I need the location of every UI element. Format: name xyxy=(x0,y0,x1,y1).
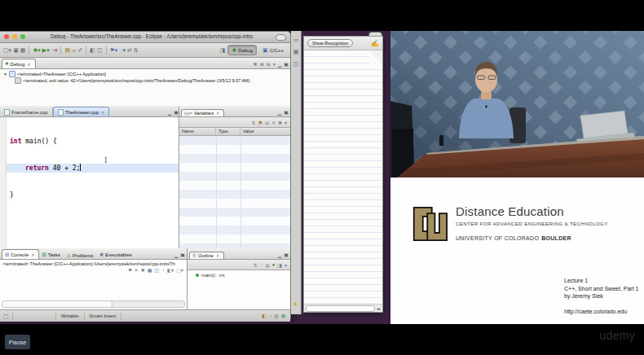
sync-icon[interactable]: ◔ xyxy=(269,313,272,320)
console-output[interactable] xyxy=(0,275,187,300)
profile-icon[interactable]: ◔▾ xyxy=(51,46,58,54)
close-icon[interactable]: ✕ xyxy=(101,110,104,115)
code-line-3[interactable]: } xyxy=(7,191,179,199)
maximize-view-icon[interactable]: ▣ xyxy=(174,109,179,115)
minimize-view-icon[interactable]: ▁ xyxy=(278,61,282,67)
column-name[interactable]: Name xyxy=(179,128,216,135)
fastview-icon[interactable]: ▢ xyxy=(3,313,9,320)
pencil-icon[interactable]: ✐ xyxy=(77,46,82,54)
debug-exit-row[interactable]: <terminated, exit value: 42>/Users/jerem… xyxy=(3,77,290,84)
step-into-icon[interactable]: ◧ xyxy=(90,46,95,54)
open-folder-icon[interactable]: ▱ xyxy=(72,46,76,54)
run-icon[interactable]: ▶▾ xyxy=(42,46,50,54)
forward-icon[interactable]: ⇅ xyxy=(134,46,139,54)
code-editor[interactable]: int main() { return 40 + 2; } I xyxy=(0,117,179,248)
search-icon[interactable]: ◌▾ xyxy=(119,46,126,54)
tab-framename-cpp[interactable]: FrameName.cpp xyxy=(0,107,53,116)
show-recognition-button[interactable]: Show Recognition xyxy=(307,39,353,47)
table-row[interactable] xyxy=(179,181,290,190)
code-line-1[interactable]: int main() { xyxy=(7,137,179,146)
links-pane-icon[interactable]: ◫ xyxy=(291,60,301,68)
view-menu-icon[interactable]: ▾ xyxy=(285,120,287,125)
close-icon[interactable]: ✕ xyxy=(216,111,219,116)
maximize-view-icon[interactable]: ▣ xyxy=(284,109,289,115)
perspective-debug-button[interactable]: ✹ Debug xyxy=(227,45,257,55)
hide-static-icon[interactable]: ◍ xyxy=(265,262,269,268)
table-row[interactable] xyxy=(179,163,290,172)
table-row[interactable] xyxy=(179,217,290,226)
minimize-view-icon[interactable]: ▁ xyxy=(174,252,179,257)
table-row[interactable] xyxy=(179,226,290,234)
new-icon[interactable]: ▢▾ xyxy=(3,46,11,54)
table-row[interactable] xyxy=(179,199,290,208)
tab-problems[interactable]: ⚠ Problems xyxy=(64,252,97,259)
restore-pane-icon[interactable]: ▭ xyxy=(291,36,301,43)
debug-process-row[interactable]: ▼ <terminated>TheAnswer [C/C++ Applicati… xyxy=(3,71,290,77)
hide-fields-icon[interactable]: ◌ xyxy=(260,262,263,267)
remove-icon[interactable]: ✕ xyxy=(271,120,276,125)
variables-table[interactable] xyxy=(179,136,290,248)
link-editor-icon[interactable]: ◨ xyxy=(277,262,282,268)
minimize-view-icon[interactable]: ▁ xyxy=(168,109,172,115)
show-type-names-icon[interactable]: ⇅ xyxy=(252,120,256,125)
sort-icon[interactable]: ⇅ xyxy=(254,262,258,268)
bookmark-icon[interactable]: ⚑▾ xyxy=(110,46,118,54)
scrollbar-thumb[interactable] xyxy=(2,301,112,307)
table-row[interactable] xyxy=(179,190,290,199)
zoom-window-button[interactable] xyxy=(20,34,25,39)
table-row[interactable] xyxy=(179,136,290,145)
remove-all-icon[interactable]: ✖ xyxy=(278,120,282,125)
close-window-button[interactable] xyxy=(4,34,9,39)
notepad-page[interactable] xyxy=(304,50,382,304)
minimize-window-button[interactable] xyxy=(12,34,17,39)
remove-terminated-icon[interactable]: ✖ xyxy=(254,61,258,67)
column-type[interactable]: Type xyxy=(216,128,240,135)
drop-frame-icon[interactable]: ⊞ xyxy=(267,61,271,67)
tab-theanswer-cpp[interactable]: TheAnswer.cpp ✕ xyxy=(53,107,110,116)
toolbar-toggle-lozenge[interactable] xyxy=(276,34,286,41)
expand-arrow-icon[interactable]: ▼ xyxy=(3,72,7,77)
view-menu-icon[interactable]: ▾ xyxy=(273,61,276,67)
editor-gutter[interactable] xyxy=(0,117,7,248)
console-hscrollbar[interactable] xyxy=(2,300,185,308)
build-status-icon[interactable]: ◧ xyxy=(262,313,267,320)
maximize-view-icon[interactable]: ▣ xyxy=(284,252,289,257)
clear-console-icon[interactable]: ▦ xyxy=(148,267,152,274)
save-all-icon[interactable]: ▦ xyxy=(20,46,26,54)
tab-variables[interactable]: (x)= Variables ✕ xyxy=(181,109,224,116)
debug-icon[interactable]: ✹▾ xyxy=(33,46,40,54)
terminate-icon[interactable]: ■ xyxy=(129,267,132,274)
tab-console[interactable]: ▤ Console ✕ xyxy=(2,249,39,259)
close-icon[interactable]: ✕ xyxy=(31,252,34,257)
pin-console-icon[interactable]: ◔ xyxy=(161,267,165,274)
save-icon[interactable]: ▣ xyxy=(13,46,19,54)
titlebar[interactable]: Debug - TheAnswer/src/TheAnswer.cpp - Ec… xyxy=(0,32,290,43)
add-watch-icon[interactable]: ◉ xyxy=(258,119,262,126)
code-text[interactable]: int main() { return 40 + 2; } xyxy=(7,119,179,217)
tab-tasks[interactable]: ▥ Tasks xyxy=(39,250,64,259)
view-menu-icon[interactable]: ▾ xyxy=(285,262,287,268)
tab-outline[interactable]: ☰ Outline ✕ xyxy=(189,252,224,259)
table-row[interactable] xyxy=(179,208,290,217)
remove-all-launches-icon[interactable]: ✖ xyxy=(141,267,145,274)
minimize-view-icon[interactable]: ▁ xyxy=(278,252,282,257)
maximize-view-icon[interactable]: ▣ xyxy=(180,252,185,257)
back-icon[interactable]: ⇄ xyxy=(127,46,132,54)
table-row[interactable] xyxy=(179,154,290,163)
tab-executables[interactable]: ◉ Executables xyxy=(97,250,136,259)
open-perspective-icon[interactable]: ◨ xyxy=(220,46,226,54)
build-icon[interactable]: ▤ xyxy=(64,46,70,54)
code-line-2[interactable]: return 40 + 2; xyxy=(7,164,179,173)
close-icon[interactable]: ✕ xyxy=(27,62,30,67)
collapse-all-icon[interactable]: ⊟ xyxy=(265,120,269,125)
maximize-view-icon[interactable]: ▣ xyxy=(284,61,289,67)
display-selected-icon[interactable]: ◧▾ xyxy=(167,267,174,274)
close-icon[interactable]: ✕ xyxy=(216,253,219,258)
step-over-icon[interactable]: ◫ xyxy=(97,46,103,54)
tab-debug[interactable]: ✹ Debug ✕ xyxy=(2,59,36,68)
perspective-cpp-button[interactable]: ▣ C/C++ xyxy=(259,46,287,55)
scroll-arrows-icon[interactable]: ◂▸ xyxy=(377,306,381,311)
notepad-hscrollbar[interactable] xyxy=(306,305,375,312)
dictation-icon[interactable]: ✍ xyxy=(371,40,379,47)
selection-icon[interactable]: ▨ xyxy=(274,313,279,320)
